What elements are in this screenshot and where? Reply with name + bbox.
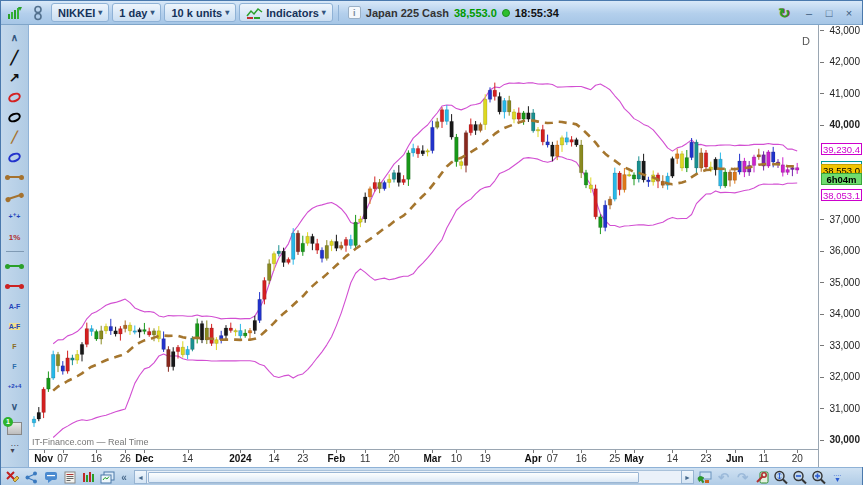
x-axis-label: 23 (700, 453, 711, 464)
timeframe-selector[interactable]: 1 day ▾ (112, 3, 161, 22)
fibonacci-retracement-tool[interactable]: F (3, 336, 27, 356)
workspace-icon (697, 471, 712, 484)
horizontal-segment-tool[interactable] (3, 167, 27, 187)
y-axis-label: 34,000 (820, 308, 860, 319)
zoom-out-button[interactable] (791, 469, 808, 485)
fibonacci-icon: F (12, 343, 16, 350)
ellipse-tool-blue[interactable] (3, 147, 27, 167)
duplicate-window-button[interactable] (99, 469, 116, 485)
symbol-selector[interactable]: NIKKEI ▾ (51, 3, 109, 22)
y-axis-label: 30,000 (820, 434, 860, 445)
options-dots-button[interactable]: ⋯▾ (3, 440, 27, 456)
watermark: IT-Finance.com — Real Time (32, 437, 149, 447)
collapse-toolbar-button[interactable]: « (118, 469, 130, 485)
numbered-levels-tool[interactable]: +2+4 (3, 376, 27, 396)
andrews-pitchfork-tool[interactable]: A-F (3, 296, 27, 316)
x-axis-label: Dec (135, 453, 153, 464)
y-axis-label: 36,000 (820, 245, 860, 256)
stamp-icon: 1 (7, 422, 22, 435)
y-axis-label: 37,000 (820, 214, 860, 225)
x-axis-label: 10 (451, 453, 462, 464)
ellipse-tool-red[interactable] (3, 87, 27, 107)
x-axis-label: 07 (57, 453, 68, 464)
red-segment-icon (8, 285, 21, 287)
more-options-button[interactable]: ∙∙∙∙▼ (829, 469, 846, 485)
x-axis-label: 14 (182, 453, 193, 464)
modified-pitchfork-tool[interactable]: A-F (3, 316, 27, 336)
horizontal-scrollbar[interactable]: ◄ ► (134, 470, 694, 484)
price-history-icon[interactable] (5, 3, 25, 22)
oblique-segment-tool[interactable] (3, 187, 27, 207)
x-axis-label: 14 (667, 453, 678, 464)
refresh-icon[interactable]: ↻ (778, 5, 790, 21)
segment-tool-green[interactable] (3, 256, 27, 276)
candlestick-canvas[interactable] (29, 25, 819, 449)
redo-button[interactable]: ↷ (734, 469, 751, 485)
period-marker: D (802, 35, 810, 47)
toolbar-separator (338, 5, 339, 21)
zoom-vertical-button[interactable] (772, 469, 789, 485)
chart-plot-area[interactable]: D IT-Finance.com — Real Time (29, 25, 819, 449)
collapse-tools-button[interactable]: ∧ (3, 27, 27, 47)
window-controls: ↻ – □ × (778, 5, 858, 21)
units-selector[interactable]: 10 k units ▾ (164, 3, 236, 22)
zoom-in-button[interactable] (810, 469, 827, 485)
restore-button[interactable]: □ (820, 5, 838, 21)
trend-line-tool[interactable]: ╱ (3, 47, 27, 67)
x-axis-label: Mar (423, 453, 441, 464)
undo-button[interactable]: ↶ (715, 469, 732, 485)
ellipse-tool-black[interactable] (3, 107, 27, 127)
scrollbar-thumb[interactable] (148, 472, 639, 483)
scroll-right-button[interactable]: ► (681, 470, 694, 484)
x-axis-label: 11 (360, 453, 370, 464)
chart-settings-button[interactable] (753, 469, 770, 485)
news-button[interactable] (61, 469, 78, 485)
info-icon[interactable]: i (348, 6, 361, 19)
chat-button[interactable] (42, 469, 59, 485)
link-windows-icon[interactable] (28, 3, 48, 22)
multi-point-tool[interactable]: +⁺+ (3, 207, 27, 227)
segment-tool-red[interactable] (3, 276, 27, 296)
apply-stamp-button[interactable]: 1 (3, 416, 27, 440)
arrow-tool[interactable]: ↗ (3, 67, 27, 87)
workspace-button[interactable] (696, 469, 713, 485)
x-axis-label: Apr (525, 453, 542, 464)
scroll-left-button[interactable]: ◄ (134, 470, 147, 484)
compare-bars-button[interactable] (80, 469, 97, 485)
segment-tool-small[interactable]: ╱ (3, 127, 27, 147)
y-axis-label: 42,000 (820, 56, 860, 67)
fibonacci-fan-icon: F (12, 363, 16, 370)
y-axis-label: 35,000 (820, 277, 860, 288)
bollinger-upper-tag: 39,230.4 (821, 143, 862, 155)
delete-drawings-button[interactable] (4, 469, 21, 485)
indicators-label: Indicators (266, 7, 319, 19)
blue-ellipse-icon (7, 150, 22, 163)
wrench-icon (755, 470, 769, 484)
indicators-button[interactable]: Indicators ▾ (239, 3, 333, 22)
more-tools-button[interactable]: ∨ (3, 396, 27, 416)
x-axis-label: 14 (268, 453, 279, 464)
y-axis-label: 43,000 (820, 25, 860, 36)
segment-icon (8, 176, 21, 178)
close-button[interactable]: × (840, 5, 858, 21)
drawing-toolbar: ∧ ╱ ↗ ╱ +⁺+ 1% A-F A-F F F +2+4 ∨ 1 ⋯▾ (1, 25, 29, 467)
undo-icon: ↶ (718, 470, 729, 485)
scrollbar-track[interactable] (147, 470, 681, 484)
chart-window: NIKKEI ▾ 1 day ▾ 10 k units ▾ Indicators… (0, 0, 863, 485)
timeframe-label: 1 day (119, 7, 147, 19)
fibonacci-fan-tool[interactable]: F (3, 356, 27, 376)
x-axis-label: Feb (328, 453, 346, 464)
quote-area: i Japan 225 Cash 38,553.0 18:55:34 (348, 6, 559, 19)
percent-scale-tool[interactable]: 1% (3, 227, 27, 247)
eraser-icon (6, 470, 20, 484)
levels-icon: +2+4 (8, 383, 22, 389)
chevron-down-icon: ▾ (98, 8, 102, 17)
zoom-fit-icon (773, 470, 788, 485)
y-axis-label: 40,000 (820, 119, 860, 130)
share-button[interactable] (23, 469, 40, 485)
badge-count: 1 (3, 417, 13, 427)
units-label: 10 k units (171, 7, 222, 19)
pitchfork-icon: A-F (9, 303, 21, 310)
line-icon: ╱ (11, 50, 19, 65)
minimize-button[interactable]: – (800, 5, 818, 21)
